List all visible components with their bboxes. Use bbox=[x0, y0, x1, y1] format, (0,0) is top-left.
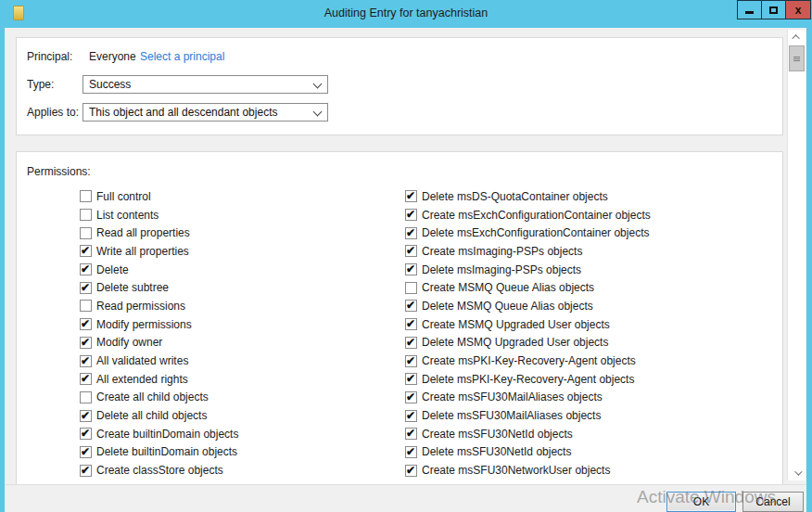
permission-label: List contents bbox=[96, 209, 159, 222]
permission-checkbox[interactable] bbox=[405, 190, 417, 202]
permission-label: Write all properties bbox=[96, 245, 189, 258]
permission-checkbox[interactable] bbox=[405, 227, 417, 239]
permission-checkbox[interactable] bbox=[405, 318, 417, 330]
permission-checkbox[interactable] bbox=[405, 446, 417, 458]
minimize-icon bbox=[745, 11, 754, 14]
permission-label: Create msSFU30MailAliases objects bbox=[422, 390, 603, 403]
permission-checkbox[interactable] bbox=[405, 337, 417, 349]
permission-checkbox[interactable] bbox=[80, 318, 92, 330]
permission-label: All validated writes bbox=[96, 354, 188, 367]
permission-checkbox[interactable] bbox=[80, 209, 92, 221]
permission-checkbox[interactable] bbox=[80, 391, 92, 403]
permission-label: Delete msPKI-Key-Recovery-Agent objects bbox=[422, 373, 634, 386]
permissions-panel: Permissions: Full control List contents … bbox=[16, 151, 783, 484]
permission-row: Read all properties bbox=[80, 224, 238, 242]
permission-label: Create classStore objects bbox=[96, 464, 223, 477]
permission-checkbox[interactable] bbox=[405, 373, 417, 385]
permission-label: Delete msDS-QuotaContainer objects bbox=[422, 190, 608, 203]
permission-label: Delete builtinDomain objects bbox=[96, 445, 237, 458]
permission-label: Create MSMQ Queue Alias objects bbox=[422, 281, 594, 294]
permission-checkbox[interactable] bbox=[80, 428, 92, 440]
chevron-up-icon bbox=[792, 34, 799, 42]
permission-checkbox[interactable] bbox=[80, 282, 92, 294]
applies-to-label: Applies to: bbox=[27, 106, 79, 119]
permission-checkbox[interactable] bbox=[80, 373, 92, 385]
scroll-up-button[interactable] bbox=[788, 30, 806, 45]
chevron-down-icon bbox=[313, 108, 323, 117]
permission-checkbox[interactable] bbox=[405, 282, 417, 294]
permission-label: Create builtinDomain objects bbox=[96, 428, 238, 441]
permission-label: Modify owner bbox=[96, 336, 162, 349]
permission-row: Create msSFU30NetworkUser objects bbox=[405, 461, 651, 480]
chevron-down-icon bbox=[313, 80, 323, 89]
permission-label: Create msImaging-PSPs objects bbox=[422, 245, 582, 258]
permission-label: Read permissions bbox=[96, 300, 185, 313]
permission-label: Create msPKI-Key-Recovery-Agent objects bbox=[422, 354, 636, 367]
applies-to-dropdown[interactable]: This object and all descendant objects bbox=[82, 103, 328, 122]
minimize-button[interactable] bbox=[737, 0, 762, 19]
permission-checkbox[interactable] bbox=[80, 410, 92, 422]
permission-checkbox[interactable] bbox=[80, 355, 92, 367]
permission-label: Delete bbox=[96, 263, 129, 276]
cancel-button[interactable]: Cancel bbox=[742, 492, 804, 512]
permission-row: All validated writes bbox=[80, 352, 238, 370]
chevron-down-icon bbox=[794, 467, 802, 475]
permission-row: Delete bbox=[80, 261, 238, 279]
scrollbar-grip-icon bbox=[793, 57, 800, 61]
principal-value: Everyone bbox=[89, 50, 136, 63]
permission-checkbox[interactable] bbox=[80, 300, 92, 312]
type-label: Type: bbox=[27, 78, 54, 91]
permission-checkbox[interactable] bbox=[405, 465, 417, 477]
scrollbar-thumb[interactable] bbox=[789, 45, 805, 71]
permission-checkbox[interactable] bbox=[405, 263, 417, 275]
window-controls: x bbox=[738, 0, 811, 19]
permission-checkbox[interactable] bbox=[80, 245, 92, 257]
close-button[interactable]: x bbox=[785, 0, 811, 19]
permission-checkbox[interactable] bbox=[405, 355, 417, 367]
permission-row: Modify owner bbox=[80, 334, 238, 352]
permission-checkbox[interactable] bbox=[405, 209, 417, 221]
permissions-column-right: Delete msDS-QuotaContainer objects Creat… bbox=[405, 187, 651, 480]
window-title: Auditing Entry for tanyachristian bbox=[0, 0, 812, 28]
type-dropdown[interactable]: Success bbox=[82, 75, 328, 94]
permission-checkbox[interactable] bbox=[80, 227, 92, 239]
permission-checkbox[interactable] bbox=[80, 446, 92, 458]
select-principal-link[interactable]: Select a principal bbox=[140, 50, 224, 63]
permission-checkbox[interactable] bbox=[405, 245, 417, 257]
permission-row: Read permissions bbox=[80, 297, 238, 315]
dialog-client-area: Principal: Everyone Select a principal T… bbox=[5, 28, 806, 512]
permission-row: Delete MSMQ Upgraded User objects bbox=[405, 334, 651, 352]
maximize-icon bbox=[769, 6, 778, 14]
principal-label: Principal: bbox=[27, 50, 72, 63]
vertical-scrollbar[interactable] bbox=[787, 30, 806, 480]
permission-checkbox[interactable] bbox=[405, 428, 417, 440]
permission-label: Create MSMQ Upgraded User objects bbox=[422, 318, 610, 331]
permission-row: Delete all child objects bbox=[80, 406, 238, 425]
permission-label: Create msSFU30NetworkUser objects bbox=[422, 464, 610, 477]
permissions-column-left: Full control List contents Read all prop… bbox=[80, 187, 238, 480]
footer-bar: OK Cancel bbox=[5, 484, 806, 512]
permission-row: Create classStore objects bbox=[80, 461, 238, 480]
permission-row: Delete msSFU30NetId objects bbox=[405, 443, 651, 462]
permission-row: Create msSFU30NetId objects bbox=[405, 425, 651, 443]
permission-label: Create msExchConfigurationContainer obje… bbox=[422, 209, 651, 222]
permission-checkbox[interactable] bbox=[80, 263, 92, 275]
permission-checkbox[interactable] bbox=[80, 190, 92, 202]
ok-button[interactable]: OK bbox=[666, 492, 736, 512]
scroll-down-button[interactable] bbox=[788, 466, 806, 480]
maximize-button[interactable] bbox=[761, 0, 786, 19]
permission-row: Create msPKI-Key-Recovery-Agent objects bbox=[405, 352, 651, 370]
permission-label: Create all child objects bbox=[96, 390, 209, 403]
permission-checkbox[interactable] bbox=[405, 391, 417, 403]
permission-row: Create all child objects bbox=[80, 389, 238, 407]
permission-checkbox[interactable] bbox=[405, 410, 417, 422]
permission-checkbox[interactable] bbox=[80, 337, 92, 349]
entry-header-panel: Principal: Everyone Select a principal T… bbox=[16, 37, 783, 135]
permission-label: All extended rights bbox=[96, 373, 188, 386]
permission-label: Full control bbox=[96, 190, 151, 203]
permission-checkbox[interactable] bbox=[80, 465, 92, 477]
permission-label: Delete msExchConfigurationContainer obje… bbox=[422, 226, 649, 239]
type-dropdown-value: Success bbox=[89, 78, 131, 91]
permission-checkbox[interactable] bbox=[405, 300, 417, 312]
permission-label: Delete subtree bbox=[96, 281, 169, 294]
